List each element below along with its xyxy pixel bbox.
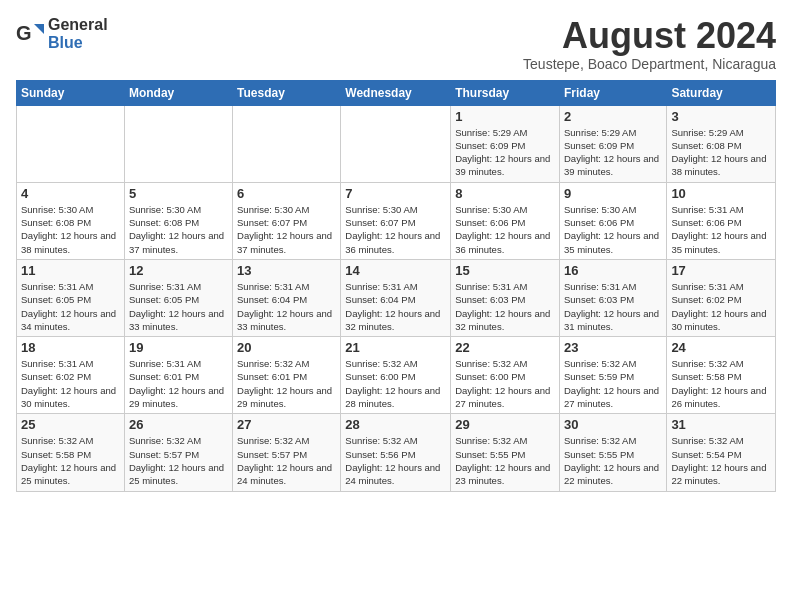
calendar-cell: 4Sunrise: 5:30 AM Sunset: 6:08 PM Daylig… [17,182,125,259]
logo-icon: G [16,20,44,48]
day-info: Sunrise: 5:31 AM Sunset: 6:03 PM Dayligh… [455,280,555,333]
calendar-subtitle: Teustepe, Boaco Department, Nicaragua [523,56,776,72]
calendar-cell: 22Sunrise: 5:32 AM Sunset: 6:00 PM Dayli… [451,337,560,414]
calendar-cell: 24Sunrise: 5:32 AM Sunset: 5:58 PM Dayli… [667,337,776,414]
day-number: 9 [564,186,662,201]
day-number: 18 [21,340,120,355]
day-number: 11 [21,263,120,278]
day-info: Sunrise: 5:32 AM Sunset: 5:55 PM Dayligh… [455,434,555,487]
day-number: 4 [21,186,120,201]
calendar-cell: 8Sunrise: 5:30 AM Sunset: 6:06 PM Daylig… [451,182,560,259]
svg-marker-1 [34,24,44,34]
calendar-cell: 14Sunrise: 5:31 AM Sunset: 6:04 PM Dayli… [341,259,451,336]
calendar-cell: 29Sunrise: 5:32 AM Sunset: 5:55 PM Dayli… [451,414,560,491]
day-info: Sunrise: 5:30 AM Sunset: 6:08 PM Dayligh… [21,203,120,256]
day-info: Sunrise: 5:32 AM Sunset: 6:00 PM Dayligh… [345,357,446,410]
day-number: 12 [129,263,228,278]
day-info: Sunrise: 5:32 AM Sunset: 5:55 PM Dayligh… [564,434,662,487]
day-number: 1 [455,109,555,124]
calendar-cell: 19Sunrise: 5:31 AM Sunset: 6:01 PM Dayli… [124,337,232,414]
calendar-cell: 5Sunrise: 5:30 AM Sunset: 6:08 PM Daylig… [124,182,232,259]
calendar-week-4: 25Sunrise: 5:32 AM Sunset: 5:58 PM Dayli… [17,414,776,491]
day-info: Sunrise: 5:31 AM Sunset: 6:02 PM Dayligh… [671,280,771,333]
day-number: 5 [129,186,228,201]
day-number: 22 [455,340,555,355]
day-number: 13 [237,263,336,278]
calendar-cell: 25Sunrise: 5:32 AM Sunset: 5:58 PM Dayli… [17,414,125,491]
weekday-header-wednesday: Wednesday [341,80,451,105]
day-number: 15 [455,263,555,278]
calendar-week-2: 11Sunrise: 5:31 AM Sunset: 6:05 PM Dayli… [17,259,776,336]
day-number: 27 [237,417,336,432]
day-info: Sunrise: 5:29 AM Sunset: 6:09 PM Dayligh… [564,126,662,179]
day-info: Sunrise: 5:32 AM Sunset: 5:57 PM Dayligh… [237,434,336,487]
day-number: 23 [564,340,662,355]
day-info: Sunrise: 5:30 AM Sunset: 6:06 PM Dayligh… [564,203,662,256]
day-info: Sunrise: 5:31 AM Sunset: 6:04 PM Dayligh… [237,280,336,333]
day-info: Sunrise: 5:31 AM Sunset: 6:06 PM Dayligh… [671,203,771,256]
day-number: 30 [564,417,662,432]
weekday-header-friday: Friday [559,80,666,105]
calendar-cell: 13Sunrise: 5:31 AM Sunset: 6:04 PM Dayli… [233,259,341,336]
calendar-cell: 2Sunrise: 5:29 AM Sunset: 6:09 PM Daylig… [559,105,666,182]
day-info: Sunrise: 5:32 AM Sunset: 5:57 PM Dayligh… [129,434,228,487]
calendar-cell: 28Sunrise: 5:32 AM Sunset: 5:56 PM Dayli… [341,414,451,491]
title-block: August 2024 Teustepe, Boaco Department, … [523,16,776,72]
svg-text:G: G [16,22,32,44]
calendar-cell: 11Sunrise: 5:31 AM Sunset: 6:05 PM Dayli… [17,259,125,336]
weekday-header-tuesday: Tuesday [233,80,341,105]
calendar-cell: 18Sunrise: 5:31 AM Sunset: 6:02 PM Dayli… [17,337,125,414]
calendar-cell [17,105,125,182]
logo-general: General [48,16,108,33]
calendar-title: August 2024 [523,16,776,56]
day-number: 24 [671,340,771,355]
day-info: Sunrise: 5:32 AM Sunset: 5:59 PM Dayligh… [564,357,662,410]
calendar-cell: 6Sunrise: 5:30 AM Sunset: 6:07 PM Daylig… [233,182,341,259]
calendar-cell: 10Sunrise: 5:31 AM Sunset: 6:06 PM Dayli… [667,182,776,259]
day-number: 14 [345,263,446,278]
calendar-week-0: 1Sunrise: 5:29 AM Sunset: 6:09 PM Daylig… [17,105,776,182]
calendar-cell: 7Sunrise: 5:30 AM Sunset: 6:07 PM Daylig… [341,182,451,259]
calendar-cell: 17Sunrise: 5:31 AM Sunset: 6:02 PM Dayli… [667,259,776,336]
day-info: Sunrise: 5:29 AM Sunset: 6:08 PM Dayligh… [671,126,771,179]
day-number: 29 [455,417,555,432]
weekday-header-saturday: Saturday [667,80,776,105]
day-info: Sunrise: 5:31 AM Sunset: 6:05 PM Dayligh… [129,280,228,333]
weekday-row: SundayMondayTuesdayWednesdayThursdayFrid… [17,80,776,105]
day-info: Sunrise: 5:32 AM Sunset: 5:56 PM Dayligh… [345,434,446,487]
calendar-cell: 30Sunrise: 5:32 AM Sunset: 5:55 PM Dayli… [559,414,666,491]
day-info: Sunrise: 5:32 AM Sunset: 6:00 PM Dayligh… [455,357,555,410]
day-info: Sunrise: 5:31 AM Sunset: 6:02 PM Dayligh… [21,357,120,410]
day-number: 17 [671,263,771,278]
day-info: Sunrise: 5:31 AM Sunset: 6:01 PM Dayligh… [129,357,228,410]
calendar-cell: 1Sunrise: 5:29 AM Sunset: 6:09 PM Daylig… [451,105,560,182]
day-number: 28 [345,417,446,432]
calendar-body: 1Sunrise: 5:29 AM Sunset: 6:09 PM Daylig… [17,105,776,491]
day-number: 19 [129,340,228,355]
day-number: 16 [564,263,662,278]
day-info: Sunrise: 5:31 AM Sunset: 6:04 PM Dayligh… [345,280,446,333]
day-info: Sunrise: 5:30 AM Sunset: 6:08 PM Dayligh… [129,203,228,256]
calendar-cell: 31Sunrise: 5:32 AM Sunset: 5:54 PM Dayli… [667,414,776,491]
day-number: 21 [345,340,446,355]
calendar-cell: 27Sunrise: 5:32 AM Sunset: 5:57 PM Dayli… [233,414,341,491]
day-info: Sunrise: 5:32 AM Sunset: 5:54 PM Dayligh… [671,434,771,487]
calendar-cell [233,105,341,182]
day-info: Sunrise: 5:31 AM Sunset: 6:05 PM Dayligh… [21,280,120,333]
day-info: Sunrise: 5:32 AM Sunset: 6:01 PM Dayligh… [237,357,336,410]
weekday-header-monday: Monday [124,80,232,105]
calendar-cell: 15Sunrise: 5:31 AM Sunset: 6:03 PM Dayli… [451,259,560,336]
calendar-cell: 9Sunrise: 5:30 AM Sunset: 6:06 PM Daylig… [559,182,666,259]
day-number: 26 [129,417,228,432]
calendar-week-3: 18Sunrise: 5:31 AM Sunset: 6:02 PM Dayli… [17,337,776,414]
day-info: Sunrise: 5:32 AM Sunset: 5:58 PM Dayligh… [21,434,120,487]
calendar-cell: 20Sunrise: 5:32 AM Sunset: 6:01 PM Dayli… [233,337,341,414]
page-header: G General Blue August 2024 Teustepe, Boa… [16,16,776,72]
calendar-cell: 23Sunrise: 5:32 AM Sunset: 5:59 PM Dayli… [559,337,666,414]
day-number: 2 [564,109,662,124]
day-info: Sunrise: 5:31 AM Sunset: 6:03 PM Dayligh… [564,280,662,333]
day-info: Sunrise: 5:29 AM Sunset: 6:09 PM Dayligh… [455,126,555,179]
calendar-header: SundayMondayTuesdayWednesdayThursdayFrid… [17,80,776,105]
calendar-table: SundayMondayTuesdayWednesdayThursdayFrid… [16,80,776,492]
day-number: 25 [21,417,120,432]
